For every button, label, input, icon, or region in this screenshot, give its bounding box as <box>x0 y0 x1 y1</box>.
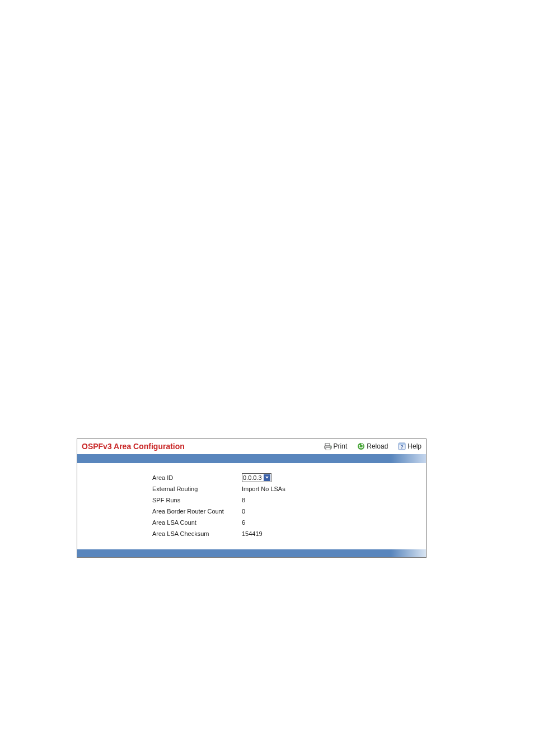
label-spf-runs: SPF Runs <box>152 497 242 503</box>
help-button[interactable]: ? Help <box>398 442 421 450</box>
row-lsa-checksum: Area LSA Checksum 154419 <box>152 528 426 539</box>
value-spf-runs: 8 <box>242 497 245 503</box>
value-lsa-checksum: 154419 <box>242 530 263 537</box>
reload-button[interactable]: Reload <box>357 442 388 450</box>
form-table: Area ID 0.0.0.3 External Routing Import … <box>152 472 426 539</box>
row-lsa-count: Area LSA Count 6 <box>152 517 426 528</box>
row-external-routing: External Routing Import No LSAs <box>152 483 426 494</box>
value-area-id: 0.0.0.3 <box>242 473 271 482</box>
value-external-routing: Import No LSAs <box>242 486 285 492</box>
row-spf-runs: SPF Runs 8 <box>152 494 426 506</box>
svg-rect-0 <box>325 444 330 446</box>
reload-icon <box>357 442 365 450</box>
value-abr-count: 0 <box>242 508 245 515</box>
svg-text:?: ? <box>401 444 404 450</box>
page-title: OSPFv3 Area Configuration <box>82 442 324 451</box>
label-lsa-checksum: Area LSA Checksum <box>152 530 242 537</box>
top-blue-bar <box>77 454 426 463</box>
panel-header: OSPFv3 Area Configuration Print <box>77 439 426 454</box>
panel-content: Area ID 0.0.0.3 External Routing Import … <box>77 463 426 549</box>
label-lsa-count: Area LSA Count <box>152 519 242 526</box>
svg-rect-2 <box>326 447 330 450</box>
dropdown-arrow-icon <box>264 474 270 481</box>
help-icon: ? <box>398 442 406 450</box>
label-external-routing: External Routing <box>152 486 242 492</box>
reload-label: Reload <box>367 442 388 450</box>
print-icon <box>324 443 332 450</box>
print-label: Print <box>334 442 348 450</box>
area-id-select-value: 0.0.0.3 <box>243 474 262 481</box>
header-actions: Print Reload ? <box>324 442 421 450</box>
area-id-select[interactable]: 0.0.0.3 <box>242 473 271 482</box>
config-panel: OSPFv3 Area Configuration Print <box>77 438 427 558</box>
svg-point-3 <box>330 446 331 447</box>
bottom-blue-bar <box>77 549 426 557</box>
print-button[interactable]: Print <box>324 442 348 450</box>
value-lsa-count: 6 <box>242 519 245 526</box>
label-abr-count: Area Border Router Count <box>152 508 242 515</box>
row-abr-count: Area Border Router Count 0 <box>152 506 426 517</box>
row-area-id: Area ID 0.0.0.3 <box>152 472 426 483</box>
label-area-id: Area ID <box>152 474 242 481</box>
help-label: Help <box>407 442 421 450</box>
